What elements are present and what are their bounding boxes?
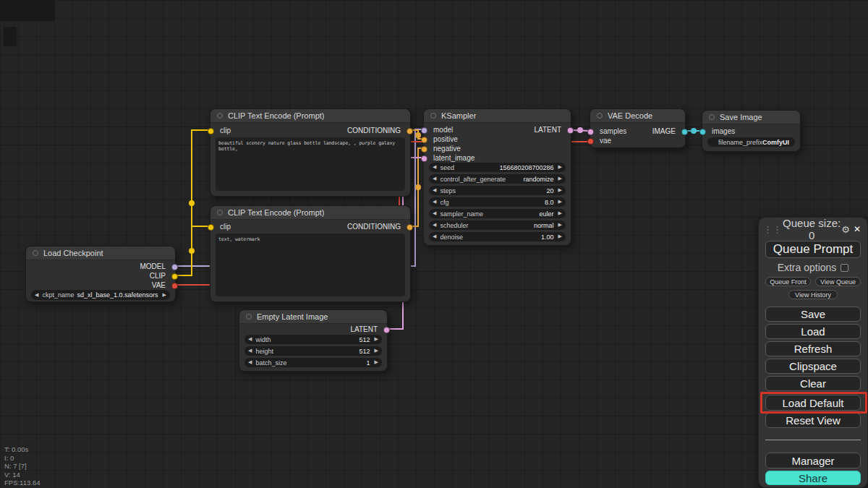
widget-label: steps — [440, 187, 456, 194]
prompt-textarea[interactable]: text, watermark — [216, 234, 405, 296]
drag-handle-icon[interactable]: ⋮⋮ — [763, 224, 782, 235]
node-vae-decode[interactable]: VAE Decode samples vae IMAGE — [590, 108, 686, 148]
latent-output-port[interactable] — [567, 127, 574, 134]
collapse-dot-icon[interactable] — [33, 250, 38, 256]
load-button[interactable]: Load — [765, 324, 861, 339]
increment-arrow-icon[interactable]: ▶ — [558, 163, 562, 172]
increment-arrow-icon[interactable]: ▶ — [558, 232, 562, 241]
positive-input-port[interactable] — [421, 137, 427, 143]
extra-options-checkbox[interactable] — [841, 264, 848, 272]
decrement-arrow-icon[interactable]: ◀ — [433, 209, 436, 218]
node-header[interactable]: Empty Latent Image — [239, 310, 387, 324]
node-header[interactable]: Save Image — [702, 111, 800, 124]
clipspace-button[interactable]: Clipspace — [765, 359, 861, 374]
latent-image-input-port[interactable] — [421, 155, 427, 162]
decrement-arrow-icon[interactable]: ◀ — [248, 335, 252, 344]
image-output-port[interactable] — [681, 129, 688, 135]
filename-prefix-widget[interactable]: filename_prefix ComfyUI — [707, 137, 795, 147]
model-input-port[interactable] — [421, 127, 427, 134]
decrement-arrow-icon[interactable]: ◀ — [433, 186, 436, 195]
prompt-textarea[interactable]: beautiful scenery nature glass bottle la… — [216, 137, 405, 191]
width-widget[interactable]: ◀ width 512 ▶ — [244, 335, 382, 344]
decrement-arrow-icon[interactable]: ◀ — [248, 346, 252, 356]
node-save-image[interactable]: Save Image images filename_prefix ComfyU… — [702, 110, 801, 152]
decrement-arrow-icon[interactable]: ◀ — [433, 197, 436, 207]
save-button[interactable]: Save — [765, 307, 861, 322]
clip-input-port[interactable] — [208, 128, 214, 134]
refresh-button[interactable]: Refresh — [765, 341, 861, 356]
height-widget[interactable]: ◀ height 512 ▶ — [244, 346, 382, 356]
share-button[interactable]: Share — [765, 471, 861, 485]
collapse-dot-icon[interactable] — [246, 314, 252, 320]
decrement-arrow-icon[interactable]: ◀ — [248, 358, 252, 367]
increment-arrow-icon[interactable]: ▶ — [375, 346, 378, 356]
node-title: CLIP Text Encode (Prompt) — [228, 208, 325, 217]
conditioning-output-port[interactable] — [407, 224, 413, 231]
images-input-port[interactable] — [699, 129, 706, 135]
widget-value: 1 — [367, 359, 370, 367]
increment-arrow-icon[interactable]: ▶ — [558, 186, 562, 195]
increment-arrow-icon[interactable]: ▶ — [375, 358, 378, 367]
widget-value: 8.0 — [545, 199, 554, 206]
collapse-dot-icon[interactable] — [217, 210, 223, 215]
increment-arrow-icon[interactable]: ▶ — [558, 221, 562, 230]
queue-front-button[interactable]: Queue Front — [765, 277, 811, 286]
node-empty-latent-image[interactable]: Empty Latent Image LATENT ◀ width 512 ▶ … — [239, 309, 388, 372]
batch-size-widget[interactable]: ◀ batch_size 1 ▶ — [244, 358, 382, 367]
decrement-arrow-icon[interactable]: ◀ — [433, 174, 436, 184]
decrement-arrow-icon[interactable]: ◀ — [35, 291, 38, 300]
node-header[interactable]: VAE Decode — [590, 109, 685, 123]
clip-output-port[interactable] — [171, 273, 178, 280]
increment-arrow-icon[interactable]: ▶ — [375, 335, 378, 344]
node-ksampler[interactable]: KSampler model positive negative latent_… — [423, 108, 571, 246]
node-clip-text-encode-negative[interactable]: CLIP Text Encode (Prompt) clip CONDITION… — [210, 205, 411, 302]
decrement-arrow-icon[interactable]: ◀ — [433, 232, 436, 241]
widget-value: 1.00 — [541, 234, 554, 241]
ckpt-name-widget[interactable]: ◀ ckpt_name sd_xl_base_1.0.safetensors ▶ — [31, 290, 170, 300]
samples-input-port[interactable] — [587, 129, 594, 135]
collapse-dot-icon[interactable] — [430, 113, 436, 119]
node-header[interactable]: Load Checkpoint — [26, 247, 175, 260]
latent-output-port[interactable] — [383, 327, 390, 333]
widget-label: filename_prefix — [718, 139, 762, 146]
node-header[interactable]: KSampler — [424, 109, 571, 123]
vae-output-port[interactable] — [171, 283, 178, 289]
close-icon[interactable]: ✕ — [854, 224, 861, 234]
output-label-vae: VAE — [152, 281, 166, 290]
negative-input-port[interactable] — [421, 146, 427, 153]
node-header[interactable]: CLIP Text Encode (Prompt) — [210, 109, 410, 123]
clip-input-port[interactable] — [208, 224, 214, 231]
denoise-widget[interactable]: ◀ denoise 1.00 ▶ — [429, 232, 566, 241]
decrement-arrow-icon[interactable]: ◀ — [433, 163, 436, 172]
vae-input-port[interactable] — [587, 138, 594, 145]
increment-arrow-icon[interactable]: ▶ — [558, 197, 562, 207]
scheduler-widget[interactable]: ◀ scheduler normal ▶ — [429, 221, 566, 230]
clear-button[interactable]: Clear — [765, 376, 861, 391]
view-queue-button[interactable]: View Queue — [815, 277, 861, 286]
steps-widget[interactable]: ◀ steps 20 ▶ — [429, 186, 566, 195]
cfg-widget[interactable]: ◀ cfg 8.0 ▶ — [429, 197, 566, 207]
settings-gear-icon[interactable]: ⚙ — [841, 224, 850, 235]
widget-label: seed — [440, 164, 454, 171]
conditioning-output-port[interactable] — [407, 128, 413, 134]
queue-prompt-button[interactable]: Queue Prompt — [765, 241, 861, 258]
load-default-button[interactable]: Load Default — [765, 395, 861, 411]
increment-arrow-icon[interactable]: ▶ — [558, 209, 562, 218]
increment-arrow-icon[interactable]: ▶ — [558, 174, 562, 184]
reset-view-button[interactable]: Reset View — [765, 413, 861, 428]
manager-button[interactable]: Manager — [765, 453, 861, 468]
decrement-arrow-icon[interactable]: ◀ — [433, 221, 436, 230]
model-output-port[interactable] — [171, 264, 178, 270]
control-after-generate-widget[interactable]: ◀ control_after_generate randomize ▶ — [429, 174, 566, 184]
sampler-name-widget[interactable]: ◀ sampler_name euler ▶ — [429, 209, 566, 218]
collapse-dot-icon[interactable] — [217, 113, 223, 119]
node-header[interactable]: CLIP Text Encode (Prompt) — [210, 206, 410, 220]
seed-widget[interactable]: ◀ seed 156680208700286 ▶ — [429, 163, 566, 172]
node-title: KSampler — [441, 111, 476, 120]
increment-arrow-icon[interactable]: ▶ — [163, 291, 166, 300]
node-load-checkpoint[interactable]: Load Checkpoint MODEL CLIP VAE ◀ ckpt_na… — [25, 246, 176, 302]
node-clip-text-encode-positive[interactable]: CLIP Text Encode (Prompt) clip CONDITION… — [210, 108, 411, 197]
collapse-dot-icon[interactable] — [597, 113, 603, 119]
collapse-dot-icon[interactable] — [709, 114, 715, 120]
view-history-button[interactable]: View History — [788, 290, 838, 299]
